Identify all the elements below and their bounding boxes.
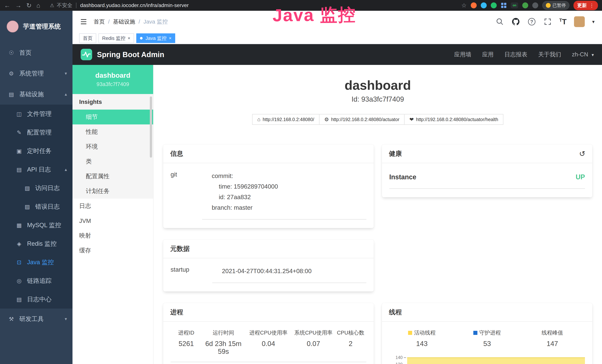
sidebar-item-scheduled-task[interactable]: ▣ 定时任务 — [0, 142, 73, 160]
fullscreen-icon[interactable] — [543, 17, 552, 26]
avatar-caret-icon[interactable]: ▾ — [592, 19, 595, 25]
menu-item-logs[interactable]: 日志 — [73, 199, 153, 214]
menu-item-details[interactable]: 细节 — [73, 110, 153, 124]
tab-home[interactable]: 首页 — [79, 33, 96, 43]
menu-item-scheduled-tasks[interactable]: 计划任务 — [73, 184, 153, 199]
sidebar-item-config-manage[interactable]: ✎ 配置管理 — [0, 123, 73, 142]
instance-header: dashboard 93a3fc7f7409 — [73, 65, 153, 94]
health-card: 健康 ↺ Instance UP — [382, 144, 592, 197]
sba-nav-journal[interactable]: 日志报表 — [504, 51, 527, 58]
update-button[interactable]: 更新 ⋮ — [573, 1, 598, 10]
process-stats: 进程ID 5261 运行时间 6d 23h 15m 59s 进程CPU使用率 — [171, 329, 366, 362]
sba-nav-wallboard[interactable]: 应用墙 — [454, 51, 471, 58]
sidebar-item-java-monitor[interactable]: ⊡ Java 监控 — [0, 253, 73, 271]
tools-icon: ⚒ — [8, 316, 15, 322]
folder-icon: ◫ — [16, 111, 23, 117]
extension-grid-icon[interactable] — [501, 2, 507, 8]
sidebar-item-redis-monitor[interactable]: ◈ Redis 监控 — [0, 234, 73, 253]
gear-icon: ⚙ — [8, 70, 15, 77]
address-bar[interactable]: ⚠ 不安全 dashboard.yudao.iocoder.cn/infra/a… — [50, 2, 189, 9]
paused-badge[interactable]: 已暂停 — [542, 1, 569, 10]
sba-logo-icon — [81, 49, 92, 60]
menu-item-mappings[interactable]: 映射 — [73, 228, 153, 243]
health-url-button[interactable]: ❤ http://192.168.0.2:48080/actuator/heal… — [404, 114, 503, 125]
service-url-button[interactable]: ⌂ http://192.168.0.2:48080/ — [252, 114, 320, 125]
sba-navbar: Spring Boot Admin 应用墙 应用 日志报表 关于我们 zh-CN… — [73, 44, 602, 65]
error-log-icon: ▨ — [24, 203, 31, 210]
history-icon[interactable]: ↺ — [579, 150, 585, 158]
sidebar-item-file-manage[interactable]: ◫ 文件管理 — [0, 105, 73, 123]
heart-icon: ❤ — [409, 117, 414, 123]
extension-drop-icon[interactable] — [481, 2, 487, 8]
java-monitor-icon: ⊡ — [16, 259, 23, 266]
infra-icon: ▤ — [8, 91, 15, 97]
tab-close-icon[interactable]: × — [169, 36, 172, 40]
font-size-icon[interactable]: TT — [559, 18, 567, 26]
browser-menu-icon[interactable]: ⋮ — [589, 3, 594, 8]
sba-nav-links: 应用墙 应用 日志报表 关于我们 zh-CN ▾ — [454, 51, 594, 58]
back-icon[interactable]: ← — [4, 2, 10, 9]
bookmark-star-icon[interactable]: ☆ — [461, 2, 467, 9]
extension-green-icon[interactable] — [491, 2, 497, 8]
threads-card: 线程 活动线程 143 — [382, 303, 592, 364]
tab-java-monitor[interactable]: Java 监控 × — [136, 33, 175, 43]
header-actions: ? TT ▾ — [495, 16, 595, 27]
threads-chart-y-axis: 140 120 100 — [389, 355, 407, 364]
sidebar-item-error-log[interactable]: ▨ 错误日志 — [0, 197, 73, 216]
sidebar-item-trace[interactable]: ◎ 链路追踪 — [0, 271, 73, 290]
user-avatar[interactable] — [574, 16, 585, 27]
menu-item-classes[interactable]: 类 — [73, 154, 153, 169]
scrollbar-thumb[interactable] — [150, 96, 152, 158]
extension-puzzle-icon[interactable] — [532, 2, 538, 8]
chevron-up-icon: ▴ — [65, 92, 67, 97]
instance-id: 93a3fc7f7409 — [97, 81, 129, 87]
help-icon[interactable]: ? — [527, 17, 536, 26]
sidebar-item-api-log[interactable]: ▤ API 日志 ▴ — [0, 160, 73, 179]
screen: Java 监控 ← → ↻ ⌂ ⚠ 不安全 dashboard.yudao.io… — [0, 0, 602, 364]
menu-item-jvm[interactable]: JVM — [73, 214, 153, 228]
page-title: dashboard — [163, 78, 592, 93]
schedule-icon: ▣ — [16, 148, 23, 154]
tab-redis-monitor[interactable]: Redis 监控 × — [98, 33, 134, 43]
sidebar-item-home[interactable]: ☉ 首页 — [0, 42, 73, 63]
menu-item-metrics[interactable]: 性能 — [73, 124, 153, 139]
search-icon[interactable] — [495, 17, 504, 26]
browser-toolbar-right: ☆ on 已暂停 更新 ⋮ — [461, 1, 598, 10]
actuator-url-button[interactable]: ⚙ http://192.168.0.2:48080/actuator — [319, 114, 405, 125]
daemon-threads-swatch — [473, 331, 477, 335]
menu-item-caches[interactable]: 缓存 — [73, 243, 153, 258]
sidebar-item-system[interactable]: ⚙ 系统管理 ▾ — [0, 63, 73, 84]
reload-icon[interactable]: ↻ — [26, 2, 32, 9]
chevron-down-icon: ▾ — [592, 52, 594, 57]
breadcrumb-infrastructure[interactable]: 基础设施 — [113, 18, 135, 26]
sidebar-item-mysql-monitor[interactable]: ▦ MySQL 监控 — [0, 216, 73, 234]
sba-language-select[interactable]: zh-CN ▾ — [572, 51, 594, 58]
sidebar-item-log-center[interactable]: ▤ 日志中心 — [0, 290, 73, 309]
log-center-icon: ▤ — [16, 296, 23, 303]
annotation-java-monitor: Java 监控 — [272, 3, 356, 27]
extension-orange-icon[interactable] — [471, 2, 477, 8]
sidebar-item-access-log[interactable]: ▧ 访问日志 — [0, 179, 73, 197]
extension-leaf-icon[interactable] — [522, 2, 528, 8]
instance-name: dashboard — [95, 72, 130, 79]
menu-item-config-props[interactable]: 配置属性 — [73, 169, 153, 184]
tab-close-icon[interactable]: × — [128, 36, 130, 40]
sba-nav-applications[interactable]: 应用 — [482, 51, 494, 58]
threads-card-header: 线程 — [382, 303, 592, 322]
redis-icon: ◈ — [16, 240, 23, 247]
browser-home-icon[interactable]: ⌂ — [36, 2, 40, 9]
github-icon[interactable] — [512, 17, 520, 26]
breadcrumb-current: Java 监控 — [143, 18, 168, 26]
health-instance-label: Instance — [389, 173, 416, 181]
extension-on-icon[interactable]: on — [511, 2, 518, 8]
instance-links: ⌂ http://192.168.0.2:48080/ ⚙ http://192… — [163, 114, 592, 125]
breadcrumb-home[interactable]: 首页 — [94, 18, 105, 26]
sidebar-fold-icon[interactable] — [80, 18, 87, 25]
forward-icon[interactable]: → — [15, 2, 22, 9]
metadata-card-header: 元数据 — [163, 240, 374, 258]
sba-nav-about[interactable]: 关于我们 — [538, 51, 561, 58]
menu-item-environment[interactable]: 环境 — [73, 139, 153, 154]
sidebar-item-dev-tools[interactable]: ⚒ 研发工具 ▾ — [0, 309, 73, 329]
home-icon: ☉ — [8, 50, 15, 56]
sidebar-item-infrastructure[interactable]: ▤ 基础设施 ▴ — [0, 84, 73, 105]
